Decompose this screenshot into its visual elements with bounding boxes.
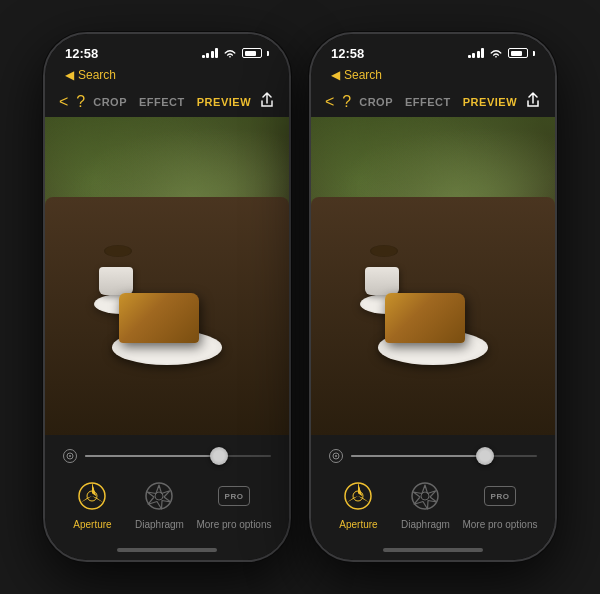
tab-preview-right[interactable]: PREVIEW	[463, 96, 517, 108]
aperture-label-right: Aperture	[339, 519, 377, 530]
tab-crop-right[interactable]: CROP	[359, 96, 393, 108]
tool-buttons-right: Aperture Diaphragm	[325, 469, 541, 536]
bottom-controls-right: Aperture Diaphragm	[311, 435, 555, 540]
battery-icon-right	[508, 48, 528, 58]
breadcrumb-text-right: Search	[344, 68, 382, 82]
svg-point-13	[421, 492, 429, 500]
pro-icon-left: PRO	[215, 477, 253, 515]
wifi-icon-right	[489, 48, 503, 59]
slider-thumb-left[interactable]	[210, 447, 228, 465]
nav-tabs-right: CROP EFFECT PREVIEW	[359, 96, 517, 108]
breadcrumb-left[interactable]: ◀ Search	[45, 66, 289, 88]
status-icons-left	[202, 48, 270, 59]
help-button-right[interactable]: ?	[342, 93, 351, 111]
more-options-label-right: More pro options	[462, 519, 537, 530]
diaphragm-icon-right	[406, 477, 444, 515]
status-bar-right: 12:58	[311, 34, 555, 66]
slider-min-icon-right	[329, 449, 343, 463]
battery-tip-left	[267, 51, 269, 56]
nav-bar-right: < ? CROP EFFECT PREVIEW	[311, 88, 555, 117]
breadcrumb-right[interactable]: ◀ Search	[311, 66, 555, 88]
phone-right: 12:58 ◀ S	[309, 32, 557, 562]
signal-icon-left	[202, 48, 219, 58]
slider-row-left	[59, 443, 275, 469]
phone-comparison: 12:58 ◀ S	[43, 32, 557, 562]
nav-tabs-left: CROP EFFECT PREVIEW	[93, 96, 251, 108]
slider-track-right[interactable]	[351, 455, 537, 457]
svg-point-1	[69, 455, 71, 457]
status-bar-left: 12:58	[45, 34, 289, 66]
slider-min-icon-left	[63, 449, 77, 463]
aperture-button-right[interactable]: Aperture	[328, 477, 388, 530]
battery-tip-right	[533, 51, 535, 56]
slider-track-left[interactable]	[85, 455, 271, 457]
signal-icon-right	[468, 48, 485, 58]
tab-effect-left[interactable]: EFFECT	[139, 96, 185, 108]
photo-background-right	[311, 117, 555, 435]
home-indicator-left	[45, 540, 289, 560]
tab-preview-left[interactable]: PREVIEW	[197, 96, 251, 108]
more-options-label-left: More pro options	[196, 519, 271, 530]
aperture-icon-left	[73, 477, 111, 515]
tab-effect-right[interactable]: EFFECT	[405, 96, 451, 108]
breadcrumb-text-left: Search	[78, 68, 116, 82]
status-time-right: 12:58	[331, 46, 364, 61]
back-button-right[interactable]: <	[325, 93, 334, 111]
screen-left: 12:58 ◀ S	[45, 34, 289, 560]
share-button-left[interactable]	[259, 92, 275, 111]
home-indicator-right	[311, 540, 555, 560]
phone-left: 12:58 ◀ S	[43, 32, 291, 562]
home-bar-right	[383, 548, 483, 552]
status-time-left: 12:58	[65, 46, 98, 61]
diaphragm-button-left[interactable]: Diaphragm	[129, 477, 189, 530]
aperture-icon-right	[339, 477, 377, 515]
diaphragm-label-right: Diaphragm	[401, 519, 450, 530]
share-button-right[interactable]	[525, 92, 541, 111]
nav-bar-left: < ? CROP EFFECT PREVIEW	[45, 88, 289, 117]
back-button-left[interactable]: <	[59, 93, 68, 111]
diaphragm-label-left: Diaphragm	[135, 519, 184, 530]
diaphragm-icon-left	[140, 477, 178, 515]
breadcrumb-arrow-left: ◀	[65, 68, 74, 82]
help-button-left[interactable]: ?	[76, 93, 85, 111]
pro-badge-left: PRO	[218, 486, 250, 506]
home-bar-left	[117, 548, 217, 552]
photo-area-left	[45, 117, 289, 435]
screen-right: 12:58 ◀ S	[311, 34, 555, 560]
aperture-label-left: Aperture	[73, 519, 111, 530]
nav-left-right: < ?	[325, 93, 351, 111]
nav-left-left: < ?	[59, 93, 85, 111]
more-options-button-right[interactable]: PRO More pro options	[462, 477, 537, 530]
svg-point-6	[155, 492, 163, 500]
bottom-controls-left: Aperture Diaphragm	[45, 435, 289, 540]
slider-thumb-right[interactable]	[476, 447, 494, 465]
tool-buttons-left: Aperture Diaphragm	[59, 469, 275, 536]
svg-point-8	[335, 455, 337, 457]
diaphragm-button-right[interactable]: Diaphragm	[395, 477, 455, 530]
wifi-icon-left	[223, 48, 237, 59]
photo-background-left	[45, 117, 289, 435]
aperture-button-left[interactable]: Aperture	[62, 477, 122, 530]
status-icons-right	[468, 48, 536, 59]
tab-crop-left[interactable]: CROP	[93, 96, 127, 108]
slider-row-right	[325, 443, 541, 469]
more-options-button-left[interactable]: PRO More pro options	[196, 477, 271, 530]
battery-icon-left	[242, 48, 262, 58]
pro-badge-right: PRO	[484, 486, 516, 506]
breadcrumb-arrow-right: ◀	[331, 68, 340, 82]
photo-area-right	[311, 117, 555, 435]
pro-icon-right: PRO	[481, 477, 519, 515]
